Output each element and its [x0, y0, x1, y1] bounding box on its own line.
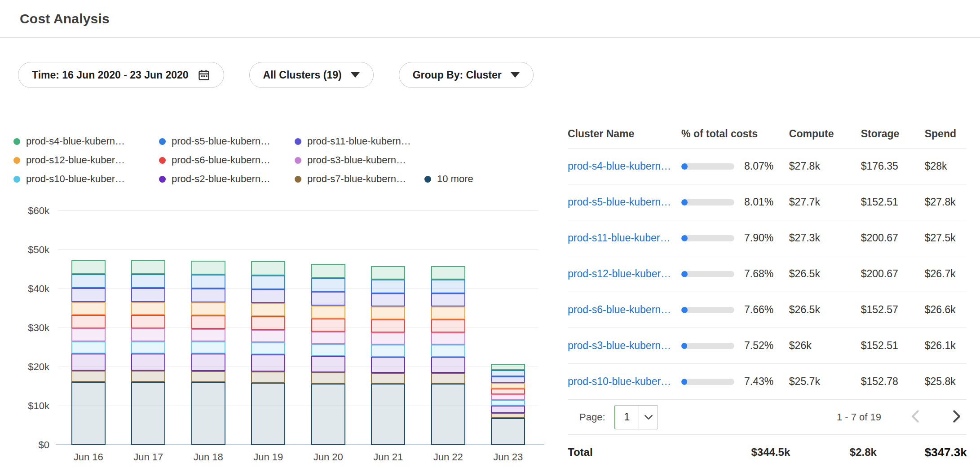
bar-segment[interactable] — [311, 384, 345, 445]
cluster-link[interactable]: prod-s4-blue-kubern… — [568, 160, 671, 172]
legend-item[interactable]: prod-s5-blue-kubern… — [159, 135, 295, 147]
bar-segment[interactable] — [251, 289, 285, 303]
bar-segment[interactable] — [71, 274, 106, 288]
bar-segment[interactable] — [431, 357, 465, 373]
stacked-bar-jun-20[interactable] — [311, 264, 345, 445]
cluster-link[interactable]: prod-s10-blue-kuber… — [568, 376, 671, 387]
stacked-bar-jun-18[interactable] — [191, 261, 225, 445]
bar-segment[interactable] — [131, 371, 165, 382]
bar-segment[interactable] — [191, 341, 225, 354]
bar-segment[interactable] — [131, 260, 165, 274]
legend-item[interactable]: prod-s3-blue-kubern… — [295, 154, 424, 166]
bar-segment[interactable] — [311, 332, 345, 344]
bar-segment[interactable] — [251, 330, 285, 343]
bar-segment[interactable] — [311, 264, 345, 278]
bar-segment[interactable] — [131, 341, 165, 354]
bar-segment[interactable] — [431, 384, 465, 445]
cluster-link[interactable]: prod-s12-blue-kuber… — [568, 268, 671, 280]
stacked-bar-jun-17[interactable] — [131, 260, 165, 445]
bar-segment[interactable] — [251, 342, 285, 354]
bar-segment[interactable] — [71, 341, 106, 354]
bar-segment[interactable] — [71, 302, 106, 315]
legend-item[interactable]: prod-s2-blue-kubern… — [159, 173, 295, 185]
bar-segment[interactable] — [131, 328, 165, 341]
stacked-bar-jun-16[interactable] — [71, 260, 106, 445]
bar-segment[interactable] — [191, 288, 225, 302]
bar-segment[interactable] — [191, 275, 225, 288]
cluster-link[interactable]: prod-s5-blue-kubern… — [568, 196, 671, 208]
bar-segment[interactable] — [371, 293, 405, 307]
legend-item[interactable]: prod-s6-blue-kubern… — [159, 154, 295, 166]
bar-segment[interactable] — [131, 288, 165, 302]
bar-segment[interactable] — [491, 389, 525, 394]
bar-segment[interactable] — [191, 371, 225, 382]
bar-segment[interactable] — [71, 382, 106, 445]
bar-segment[interactable] — [431, 345, 465, 356]
legend-item[interactable]: prod-s11-blue-kubern… — [295, 135, 424, 147]
bar-segment[interactable] — [191, 315, 225, 329]
bar-segment[interactable] — [191, 302, 225, 316]
bar-segment[interactable] — [491, 418, 525, 445]
bar-segment[interactable] — [191, 382, 225, 445]
bar-segment[interactable] — [251, 383, 285, 445]
bar-segment[interactable] — [131, 382, 165, 445]
legend-item[interactable]: prod-s7-blue-kubern… — [295, 173, 424, 185]
bar-segment[interactable] — [491, 413, 525, 418]
bar-segment[interactable] — [191, 329, 225, 342]
legend-item[interactable]: prod-s4-blue-kubern… — [13, 135, 159, 147]
bar-segment[interactable] — [491, 376, 525, 383]
stacked-bar-jun-19[interactable] — [251, 261, 285, 445]
bar-segment[interactable] — [71, 260, 106, 274]
bar-segment[interactable] — [491, 370, 525, 376]
bar-segment[interactable] — [131, 354, 165, 371]
next-page-button[interactable] — [950, 408, 964, 426]
bar-segment[interactable] — [131, 302, 165, 315]
bar-segment[interactable] — [251, 261, 285, 275]
bar-segment[interactable] — [191, 354, 225, 371]
bar-segment[interactable] — [371, 266, 405, 280]
bar-segment[interactable] — [431, 266, 465, 280]
bar-segment[interactable] — [431, 332, 465, 345]
stacked-bar-jun-21[interactable] — [371, 266, 405, 445]
clusters-filter[interactable]: All Clusters (19) — [249, 62, 374, 88]
bar-segment[interactable] — [311, 319, 345, 332]
bar-segment[interactable] — [371, 357, 405, 373]
bar-segment[interactable] — [371, 373, 405, 384]
bar-segment[interactable] — [371, 306, 405, 319]
bar-segment[interactable] — [251, 316, 285, 330]
bar-segment[interactable] — [311, 278, 345, 292]
bar-segment[interactable] — [311, 372, 345, 383]
bar-segment[interactable] — [191, 261, 225, 275]
bar-segment[interactable] — [431, 293, 465, 307]
bar-segment[interactable] — [491, 400, 525, 406]
legend-item[interactable]: prod-s12-blue-kuber… — [13, 154, 159, 166]
bar-segment[interactable] — [131, 315, 165, 328]
bar-segment[interactable] — [71, 371, 106, 382]
bar-segment[interactable] — [431, 373, 465, 384]
stacked-bar-jun-23[interactable] — [491, 364, 525, 445]
bar-segment[interactable] — [431, 319, 465, 332]
page-select[interactable]: 1 — [614, 405, 658, 429]
bar-segment[interactable] — [251, 354, 285, 371]
bar-segment[interactable] — [71, 354, 106, 371]
bar-segment[interactable] — [71, 288, 106, 302]
legend-item[interactable]: prod-s10-blue-kuber… — [13, 173, 159, 185]
bar-segment[interactable] — [371, 319, 405, 332]
bar-segment[interactable] — [491, 364, 525, 370]
bar-segment[interactable] — [251, 303, 285, 316]
bar-segment[interactable] — [251, 371, 285, 383]
stacked-bar-jun-22[interactable] — [431, 266, 465, 445]
time-range-filter[interactable]: Time: 16 Jun 2020 - 23 Jun 2020 — [18, 62, 224, 88]
bar-segment[interactable] — [491, 394, 525, 400]
bar-segment[interactable] — [311, 356, 345, 372]
bar-segment[interactable] — [311, 344, 345, 356]
cluster-link[interactable]: prod-s11-blue-kuber… — [568, 232, 670, 244]
bar-segment[interactable] — [371, 384, 405, 445]
bar-segment[interactable] — [431, 280, 465, 293]
bar-segment[interactable] — [491, 406, 525, 413]
bar-segment[interactable] — [371, 280, 405, 293]
bar-segment[interactable] — [431, 306, 465, 319]
bar-segment[interactable] — [371, 345, 405, 356]
bar-segment[interactable] — [371, 332, 405, 345]
cluster-link[interactable]: prod-s6-blue-kubern… — [568, 304, 671, 315]
